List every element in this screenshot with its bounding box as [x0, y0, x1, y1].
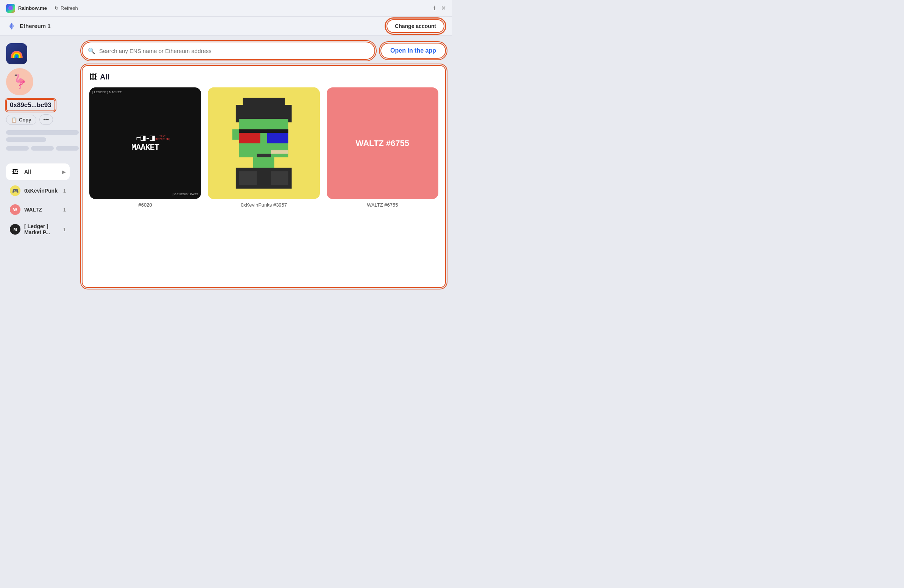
sidebar-item-oxkevinpunk-label: 0xKevinPunk — [24, 188, 59, 194]
waltz-nav-icon: W — [10, 204, 21, 215]
loading-bar-row — [6, 146, 79, 151]
punk-svg — [208, 87, 319, 199]
main-content: 🔍 Open in the app 🖼 All [ LEDGER ] MARKE… — [76, 36, 452, 294]
change-account-button[interactable]: Change account — [387, 19, 444, 33]
svg-rect-16 — [253, 158, 274, 168]
loading-bar-4 — [31, 146, 54, 151]
nft-label-waltz: WALTZ #6755 — [327, 202, 438, 208]
ledger-corner-tl: [ LEDGER ] MARKET — [92, 90, 122, 94]
nft-label-ledger: #6020 — [89, 202, 201, 208]
ethereum-icon — [8, 22, 16, 30]
sidebar-item-ledger-count: 1 — [63, 227, 66, 232]
account-name-label: Ethereum 1 — [20, 23, 51, 29]
loading-bar-2 — [6, 137, 46, 142]
accountbar: Ethereum 1 Change account — [0, 17, 452, 36]
loading-bar-5 — [56, 146, 79, 151]
nft-label-punk: 0xKevinPunks #3957 — [208, 202, 319, 208]
ledger-corner-br: [ GENESIS ] PASS — [172, 192, 198, 196]
waltz-text: WALTZ #6755 — [356, 139, 409, 148]
copy-button[interactable]: 📋 Copy — [6, 115, 36, 125]
titlebar-actions: ℹ ✕ — [433, 5, 446, 12]
sidebar-nav: 🖼 All ▶ 🎮 0xKevinPunk 1 W WALTZ 1 M [ Le… — [6, 164, 70, 238]
ledger-subtext: Text[8020/10K] — [155, 135, 170, 141]
nft-image-ledger: [ LEDGER ] MARKET [ GENESIS ] PASS ⌐◨-◨M… — [89, 87, 201, 199]
all-arrow-icon: ▶ — [62, 169, 66, 175]
close-icon[interactable]: ✕ — [441, 5, 446, 12]
open-in-app-button[interactable]: Open in the app — [381, 43, 446, 59]
loading-bars — [6, 130, 79, 151]
user-avatar: 🦩 — [6, 68, 33, 95]
svg-rect-15 — [271, 150, 288, 154]
nft-image-punk — [208, 87, 319, 199]
refresh-button[interactable]: ↻ Refresh — [55, 5, 78, 11]
refresh-icon: ↻ — [55, 5, 58, 11]
svg-rect-13 — [232, 129, 239, 140]
main-layout: 🦩 0x89c5...bc93 📋 Copy ••• — [0, 36, 452, 294]
sidebar-item-ledger[interactable]: M [ Ledger ] Market P... 1 — [6, 220, 70, 238]
search-input[interactable] — [82, 43, 375, 59]
sidebar-item-ledger-label: [ Ledger ] Market P... — [24, 223, 59, 235]
svg-rect-14 — [257, 154, 271, 157]
rainbow-app-icon — [6, 43, 27, 64]
nft-grid: [ LEDGER ] MARKET [ GENESIS ] PASS ⌐◨-◨M… — [89, 87, 438, 208]
sidebar-item-waltz-count: 1 — [63, 207, 66, 213]
nft-card-waltz[interactable]: WALTZ #6755 WALTZ #6755 — [327, 87, 438, 208]
app-name-label: Rainbow.me — [18, 5, 47, 11]
sidebar-item-oxkevinpunk-count: 1 — [63, 188, 66, 194]
sidebar-item-oxkevinpunk[interactable]: 🎮 0xKevinPunk 1 — [6, 182, 70, 199]
refresh-label: Refresh — [60, 5, 78, 11]
oxkevinpunk-nav-icon: 🎮 — [10, 185, 21, 196]
titlebar: Rainbow.me ↻ Refresh ℹ ✕ — [0, 0, 452, 17]
ledger-main-text: ⌐◨-◨MAAKET Text[8020/10K] — [131, 134, 159, 152]
loading-bar-1 — [6, 130, 79, 135]
search-icon: 🔍 — [88, 47, 95, 55]
search-container: 🔍 — [82, 42, 375, 60]
nft-section-title: All — [100, 73, 110, 81]
more-options-button[interactable]: ••• — [40, 114, 54, 125]
nft-card-punk[interactable]: 0xKevinPunks #3957 — [208, 87, 319, 208]
svg-rect-12 — [239, 129, 288, 133]
sidebar: 🦩 0x89c5...bc93 📋 Copy ••• — [0, 36, 76, 294]
nft-container: 🖼 All [ LEDGER ] MARKET [ GENESIS ] PASS… — [82, 65, 446, 288]
app-logo — [6, 4, 15, 13]
nft-section-icon: 🖼 — [89, 73, 97, 81]
action-buttons: 📋 Copy ••• — [6, 114, 53, 125]
copy-icon: 📋 — [11, 117, 17, 123]
sidebar-item-all-label: All — [24, 169, 58, 175]
sidebar-item-all[interactable]: 🖼 All ▶ — [6, 164, 70, 180]
wallet-address-display: 0x89c5...bc93 — [6, 99, 55, 111]
copy-label: Copy — [19, 117, 32, 123]
nft-card-ledger[interactable]: [ LEDGER ] MARKET [ GENESIS ] PASS ⌐◨-◨M… — [89, 87, 201, 208]
nft-section-header: 🖼 All — [89, 73, 438, 81]
svg-rect-19 — [271, 171, 288, 185]
all-nav-icon: 🖼 — [10, 167, 21, 177]
ledger-nav-icon: M — [10, 224, 21, 235]
avatar-section: 🦩 0x89c5...bc93 📋 Copy ••• — [6, 43, 70, 155]
top-actions-row: 🔍 Open in the app — [82, 42, 446, 60]
sidebar-item-waltz[interactable]: W WALTZ 1 — [6, 201, 70, 218]
info-icon[interactable]: ℹ — [433, 5, 436, 12]
svg-rect-18 — [239, 171, 257, 185]
nft-image-waltz: WALTZ #6755 — [327, 87, 438, 199]
sidebar-item-waltz-label: WALTZ — [24, 207, 59, 213]
loading-bar-3 — [6, 146, 29, 151]
